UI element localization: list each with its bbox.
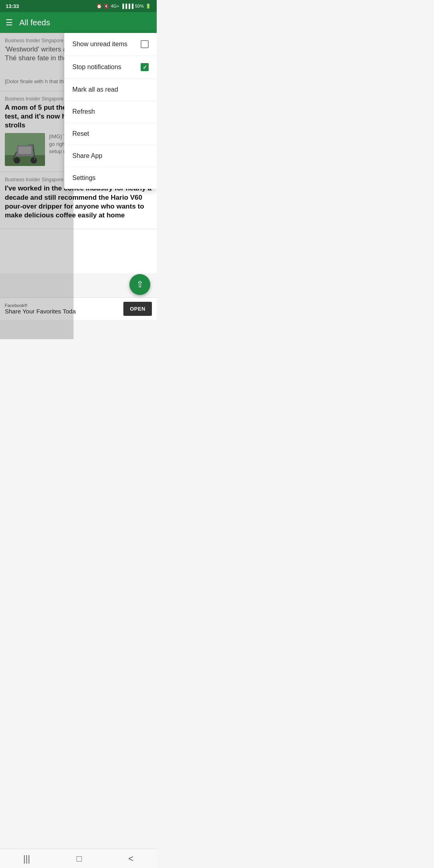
menu-item-refresh[interactable]: Refresh bbox=[64, 101, 157, 123]
signal-label: 4G+ bbox=[111, 4, 119, 8]
battery-icon: 🔋 bbox=[145, 4, 151, 9]
menu-item-label: Reset bbox=[72, 130, 89, 137]
menu-item-label: Stop notifications bbox=[72, 63, 121, 71]
signal-bars-icon: ▐▐▐▐ bbox=[121, 4, 133, 8]
ad-open-button[interactable]: OPEN bbox=[123, 302, 152, 316]
menu-item-stop-notifications[interactable]: Stop notifications bbox=[64, 56, 157, 79]
status-bar: 13:33 ⏰ 🔇 4G+ ▐▐▐▐ 50% 🔋 bbox=[0, 0, 157, 12]
dropdown-overlay-dim[interactable] bbox=[0, 33, 74, 339]
dropdown-menu: Show unread items Stop notifications Mar… bbox=[64, 33, 157, 189]
status-time: 13:33 bbox=[6, 3, 19, 9]
menu-item-label: Mark all as read bbox=[72, 86, 118, 93]
show-unread-checkbox[interactable] bbox=[141, 40, 149, 48]
stop-notifications-checkbox[interactable] bbox=[141, 63, 149, 71]
menu-item-settings[interactable]: Settings bbox=[64, 167, 157, 189]
toolbar-title: All feeds bbox=[19, 18, 50, 27]
scroll-to-top-fab[interactable]: ⇧ bbox=[129, 274, 150, 295]
chevron-up-icon: ⇧ bbox=[136, 279, 143, 290]
menu-item-label: Show unread items bbox=[72, 41, 127, 48]
battery-level: 50% bbox=[135, 4, 144, 8]
status-icons: ⏰ 🔇 4G+ ▐▐▐▐ 50% 🔋 bbox=[96, 4, 151, 9]
toolbar: ☰ All feeds bbox=[0, 12, 157, 33]
menu-item-share-app[interactable]: Share App bbox=[64, 145, 157, 167]
alarm-icon: ⏰ bbox=[96, 4, 102, 9]
menu-item-label: Settings bbox=[72, 174, 96, 182]
menu-item-show-unread[interactable]: Show unread items bbox=[64, 33, 157, 56]
menu-item-reset[interactable]: Reset bbox=[64, 123, 157, 145]
menu-item-mark-read[interactable]: Mark all as read bbox=[64, 79, 157, 101]
menu-item-label: Share App bbox=[72, 152, 102, 160]
menu-item-label: Refresh bbox=[72, 108, 95, 115]
hamburger-menu-icon[interactable]: ☰ bbox=[6, 18, 13, 27]
mute-icon: 🔇 bbox=[104, 4, 109, 9]
